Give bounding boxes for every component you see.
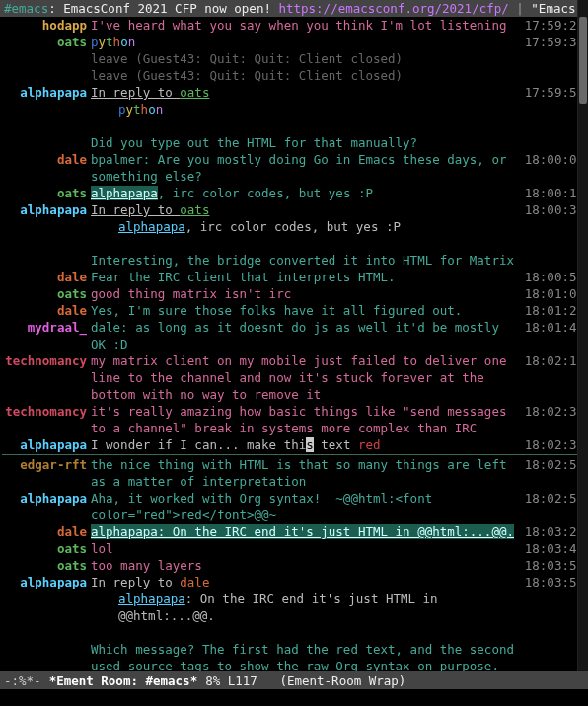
- separator: [2, 454, 586, 455]
- channel-topic: EmacsConf 2021 CFP now open!: [63, 1, 271, 16]
- chat-row: oatslol18:03:46: [2, 540, 586, 557]
- message-body: Fear the IRC client that interprets HTML…: [91, 269, 523, 285]
- scrollbar[interactable]: [577, 0, 588, 671]
- buffer-name: *Ement Room: #emacs*: [49, 672, 198, 689]
- chat-row: technomancyit's really amazing how basic…: [2, 403, 586, 436]
- message-body: python: [91, 34, 523, 50]
- chat-row: hodappI've heard what you say when you t…: [2, 17, 586, 34]
- scrollbar-thumb[interactable]: [579, 17, 587, 104]
- message-body: I wonder if I can... make this text red: [91, 436, 523, 453]
- message-body: alphapapa: On the IRC end it's just HTML…: [91, 523, 523, 540]
- message-body: good thing matrix isn't irc: [91, 285, 523, 302]
- message-body: Interesting, the bridge converted it int…: [91, 252, 523, 269]
- chat-row: alphapapaIn reply to oats18:00:35: [2, 201, 586, 218]
- nick: alphapapa: [2, 490, 91, 507]
- message-body: alphapapa, irc color codes, but yes :P: [91, 185, 523, 201]
- in-reply-to[interactable]: In reply to: [91, 85, 180, 100]
- message-body: Did you type out the HTML for that manua…: [91, 134, 523, 151]
- reply-target[interactable]: oats: [180, 202, 209, 217]
- chat-row: daleYes, I'm sure those folks have it al…: [2, 302, 586, 319]
- message-body: In reply to oats: [91, 201, 523, 218]
- channel-name: #emacs: [4, 1, 48, 16]
- nick: hodapp: [2, 17, 91, 34]
- nick: alphapapa: [2, 201, 91, 218]
- message-body: I've heard what you say when you think I…: [91, 17, 523, 34]
- chat-row: leave (Guest43: Quit: Quit: Client close…: [2, 67, 586, 84]
- chat-row: dalebpalmer: Are you mostly doing Go in …: [2, 151, 586, 185]
- message-body: Yes, I'm sure those folks have it all fi…: [91, 302, 523, 319]
- chat-row: technomancymy matrix client on my mobile…: [2, 353, 586, 403]
- chat-log[interactable]: hodappI've heard what you say when you t…: [0, 17, 588, 671]
- nick: alphapapa: [2, 574, 91, 590]
- chat-row: mydraal_dale: as long as it doesnt do js…: [2, 319, 586, 353]
- point-cursor: s: [306, 437, 314, 452]
- nick: oats: [2, 185, 91, 201]
- nick: alphapapa: [2, 84, 91, 101]
- message-body: leave (Guest43: Quit: Quit: Client close…: [91, 50, 523, 67]
- nick: oats: [2, 540, 91, 557]
- message-body: dale: as long as it doesnt do js as well…: [91, 319, 523, 353]
- reply-target[interactable]: oats: [180, 85, 209, 100]
- modeline: -:%*- *Ement Room: #emacs* 8% L117 (Emen…: [0, 671, 588, 689]
- chat-row: Which message? The first had the red tex…: [2, 641, 586, 671]
- titlebar: #emacs: EmacsConf 2021 CFP now open! htt…: [0, 0, 588, 17]
- nick: dale: [2, 302, 91, 319]
- chat-row: alphapapaAha, it worked with Org syntax!…: [2, 490, 586, 523]
- nick: dale: [2, 523, 91, 540]
- modeline-major-mode: (Ement-Room Wrap): [279, 672, 405, 689]
- chat-row: alphapapaI wonder if I can... make this …: [2, 436, 586, 453]
- modeline-line: L117: [228, 672, 257, 689]
- chat-row: dalealphapapa: On the IRC end it's just …: [2, 523, 586, 540]
- modeline-flags: -:%*-: [4, 672, 41, 689]
- nick: oats: [2, 285, 91, 302]
- mention-highlight[interactable]: alphapapa: [91, 186, 158, 200]
- message-body: In reply to oats: [91, 84, 523, 101]
- nick: dale: [2, 151, 91, 168]
- message-body: leave (Guest43: Quit: Quit: Client close…: [91, 67, 523, 84]
- minibuffer[interactable]: [0, 689, 588, 706]
- message-body: bpalmer: Are you mostly doing Go in Emac…: [91, 151, 523, 185]
- nick: edgar-rft: [2, 456, 91, 473]
- in-reply-to[interactable]: In reply to: [91, 202, 180, 217]
- modeline-position: 8%: [205, 672, 220, 689]
- message-body: too many layers: [91, 557, 523, 574]
- mention-highlight[interactable]: alphapapa: On the IRC end it's just HTML…: [91, 524, 514, 539]
- message-body: it's really amazing how basic things lik…: [91, 403, 523, 436]
- chat-row: alphapapaIn reply to dale18:03:59: [2, 574, 586, 590]
- message-body: In reply to dale: [91, 574, 523, 590]
- chat-row: oatspython17:59:31: [2, 34, 586, 50]
- nick: technomancy: [2, 353, 91, 369]
- nick: oats: [2, 34, 91, 50]
- nick: dale: [2, 269, 91, 285]
- chat-row: Interesting, the bridge converted it int…: [2, 252, 586, 269]
- nick: mydraal_: [2, 319, 91, 336]
- chat-row: oatstoo many layers18:03:52: [2, 557, 586, 574]
- message-body: Which message? The first had the red tex…: [91, 641, 523, 671]
- chat-row: alphapapaIn reply to oats17:59:58: [2, 84, 586, 101]
- reply-target[interactable]: dale: [180, 575, 209, 589]
- message-body: the nice thing with HTML is that so many…: [91, 456, 523, 490]
- message-body: my matrix client on my mobile just faile…: [91, 353, 523, 403]
- chat-row: Did you type out the HTML for that manua…: [2, 134, 586, 151]
- channel-url[interactable]: https://emacsconf.org/2021/cfp/: [278, 1, 508, 16]
- nick: oats: [2, 557, 91, 574]
- chat-row: oatsalphapapa, irc color codes, but yes …: [2, 185, 586, 201]
- chat-row: oatsgood thing matrix isn't irc18:01:05: [2, 285, 586, 302]
- nick: alphapapa: [2, 436, 91, 453]
- chat-row: daleFear the IRC client that interprets …: [2, 269, 586, 285]
- nick: technomancy: [2, 403, 91, 420]
- in-reply-to[interactable]: In reply to: [91, 575, 180, 589]
- message-body: lol: [91, 540, 523, 557]
- message-body: Aha, it worked with Org syntax! ~@@html:…: [91, 490, 523, 523]
- chat-row: edgar-rftthe nice thing with HTML is tha…: [2, 456, 586, 490]
- chat-row: leave (Guest43: Quit: Quit: Client close…: [2, 50, 586, 67]
